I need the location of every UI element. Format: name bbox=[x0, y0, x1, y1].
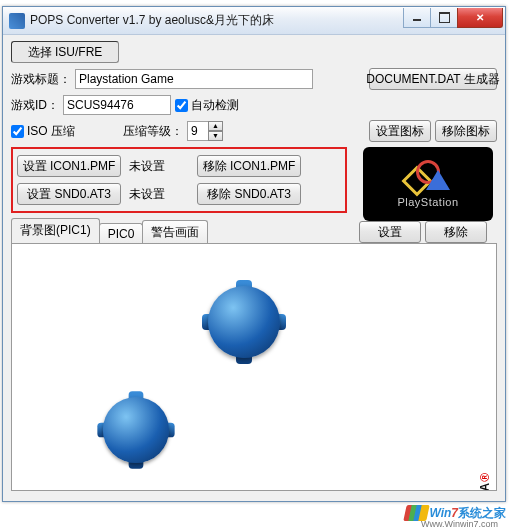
auto-detect-label: 自动检测 bbox=[191, 97, 239, 114]
compress-level-spinner[interactable]: ▲▼ bbox=[187, 121, 223, 141]
app-window: POPS Converter v1.7 by aeolusc&月光下的床 选择 … bbox=[2, 6, 506, 502]
tab-set-button[interactable]: 设置 bbox=[359, 221, 421, 243]
tab-warning[interactable]: 警告画面 bbox=[142, 220, 208, 243]
minimize-button[interactable] bbox=[403, 8, 431, 28]
remove-snd0-button[interactable]: 移除 SND0.AT3 bbox=[197, 183, 301, 205]
game-title-label: 游戏标题： bbox=[11, 71, 71, 88]
highlight-box: 设置 ICON1.PMF 未设置 移除 ICON1.PMF 设置 SND0.AT… bbox=[11, 147, 347, 213]
app-icon bbox=[9, 13, 25, 29]
playstation-logo: PlayStation bbox=[363, 147, 493, 221]
iso-compress-label: ISO 压缩 bbox=[27, 123, 75, 140]
tab-remove-button[interactable]: 移除 bbox=[425, 221, 487, 243]
set-snd0-button[interactable]: 设置 SND0.AT3 bbox=[17, 183, 121, 205]
tab-pic1[interactable]: 背景图(PIC1) bbox=[11, 218, 100, 243]
icon1-status: 未设置 bbox=[129, 158, 193, 175]
window-title: POPS Converter v1.7 by aeolusc&月光下的床 bbox=[30, 12, 404, 29]
playstation-text: PlayStation bbox=[397, 196, 458, 208]
auto-detect-checkbox[interactable]: 自动检测 bbox=[175, 97, 239, 114]
remove-icon1-button[interactable]: 移除 ICON1.PMF bbox=[197, 155, 301, 177]
client-area: 选择 ISU/FRE 游戏标题： DOCUMENT.DAT 生成器 游戏ID： … bbox=[3, 35, 505, 497]
compress-level-input[interactable] bbox=[187, 121, 209, 141]
iso-compress-check-input[interactable] bbox=[11, 125, 24, 138]
window-buttons bbox=[404, 8, 503, 28]
spinner-up-icon[interactable]: ▲ bbox=[208, 121, 223, 131]
dpad-icon bbox=[208, 286, 280, 358]
spinner-down-icon[interactable]: ▼ bbox=[208, 131, 223, 141]
compress-level-label: 压缩等级： bbox=[123, 123, 183, 140]
remove-icon-button[interactable]: 移除图标 bbox=[435, 120, 497, 142]
snd0-status: 未设置 bbox=[129, 186, 193, 203]
dpad-icon bbox=[103, 397, 169, 463]
maximize-button[interactable] bbox=[430, 8, 458, 28]
tab-pic0[interactable]: PIC0 bbox=[99, 223, 144, 243]
document-dat-button[interactable]: DOCUMENT.DAT 生成器 bbox=[369, 68, 497, 90]
iso-compress-checkbox[interactable]: ISO 压缩 bbox=[11, 123, 75, 140]
game-id-input[interactable] bbox=[63, 95, 171, 115]
select-iso-button[interactable]: 选择 ISU/FRE bbox=[11, 41, 119, 63]
auto-detect-check-input[interactable] bbox=[175, 99, 188, 112]
game-id-label: 游戏ID： bbox=[11, 97, 59, 114]
set-icon1-button[interactable]: 设置 ICON1.PMF bbox=[17, 155, 121, 177]
watermark-url: Www.Winwin7.com bbox=[421, 519, 498, 528]
titlebar: POPS Converter v1.7 by aeolusc&月光下的床 bbox=[3, 7, 505, 35]
game-title-input[interactable] bbox=[75, 69, 313, 89]
set-icon-button[interactable]: 设置图标 bbox=[369, 120, 431, 142]
tab-area: 背景图(PIC1) PIC0 警告画面 设置 移除 PSPCHINA® bbox=[11, 221, 497, 491]
close-button[interactable] bbox=[457, 8, 503, 28]
watermark: Win7系统之家 Www.Winwin7.com bbox=[405, 504, 506, 522]
pspchina-logo: PSPCHINA® bbox=[476, 472, 492, 491]
tab-page: PSPCHINA® bbox=[11, 243, 497, 491]
